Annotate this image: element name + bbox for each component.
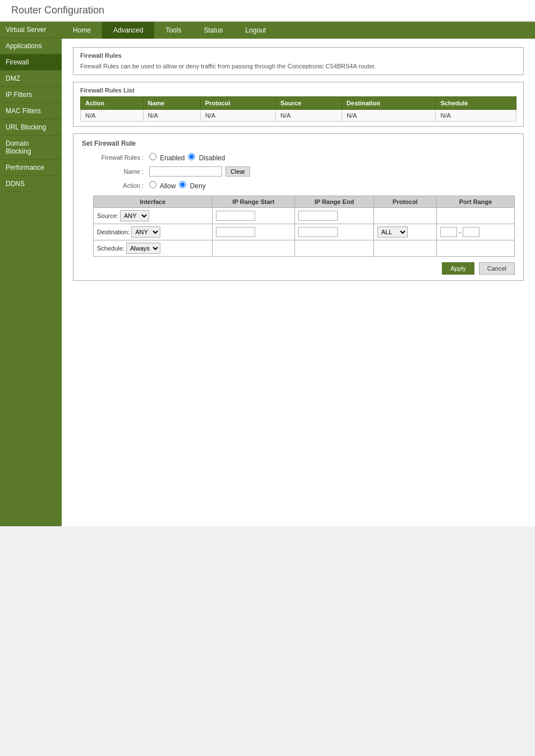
col-action: Action xyxy=(81,97,144,110)
col-schedule: Schedule xyxy=(436,97,516,110)
cell-name: N/A xyxy=(143,110,200,122)
sidebar-item-url-blocking[interactable]: URL Blocking xyxy=(0,119,62,136)
sidebar-item-domain-blocking[interactable]: Domain Blocking xyxy=(0,136,62,160)
deny-label: Deny xyxy=(190,182,206,190)
source-interface-select[interactable]: ANY WAN LAN xyxy=(120,210,149,221)
schedule-label: Schedule: xyxy=(97,245,124,252)
firewall-rules-section: Firewall Rules Firewall Rules can be use… xyxy=(73,47,524,75)
apply-button[interactable]: Apply xyxy=(442,262,474,275)
tab-home[interactable]: Home xyxy=(62,22,102,39)
destination-ip-start-cell xyxy=(212,224,295,240)
col-ip-range-end: IP Range End xyxy=(295,196,373,208)
sidebar-item-ip-filters[interactable]: IP Filters xyxy=(0,87,62,103)
destination-label-cell: Destination: ANY WAN LAN xyxy=(94,224,213,240)
firewall-description: Firewall Rules can be used to allow or d… xyxy=(80,63,376,69)
col-interface: Interface xyxy=(94,196,213,208)
name-input[interactable] xyxy=(149,166,222,177)
col-protocol: Protocol xyxy=(200,97,275,110)
source-ip-end-cell xyxy=(295,208,373,224)
table-row: N/A N/A N/A N/A N/A N/A xyxy=(81,110,516,122)
page-wrapper: Router Configuration Virtual Server Appl… xyxy=(0,0,535,756)
content-inner: Firewall Rules Firewall Rules can be use… xyxy=(62,39,535,289)
name-value-area: Clear xyxy=(149,166,250,177)
name-row: Name : Clear xyxy=(82,166,515,177)
allow-radio[interactable] xyxy=(149,181,156,188)
source-protocol-cell xyxy=(373,208,436,224)
sidebar-item-firewall[interactable]: Firewall xyxy=(0,54,62,71)
sidebar-item-applications[interactable]: Applications xyxy=(0,38,62,54)
port-start-input[interactable] xyxy=(440,227,457,237)
col-protocol-inner: Protocol xyxy=(373,196,436,208)
source-ip-start-input[interactable] xyxy=(216,211,255,221)
col-port-range: Port Range xyxy=(437,196,515,208)
source-ip-start-cell xyxy=(212,208,295,224)
schedule-empty-1 xyxy=(212,240,295,257)
firewall-rules-title: Firewall Rules xyxy=(80,52,516,59)
port-end-input[interactable] xyxy=(463,227,479,237)
schedule-label-cell: Schedule: Always xyxy=(94,240,213,257)
sidebar: Virtual Server Applications Firewall DMZ… xyxy=(0,22,62,526)
port-separator: - xyxy=(459,229,461,235)
firewall-rules-table: Action Name Protocol Source Destination … xyxy=(80,96,516,122)
enabled-radio-label[interactable]: Enabled xyxy=(149,153,185,162)
allow-radio-label[interactable]: Allow xyxy=(149,181,176,190)
tab-tools[interactable]: Tools xyxy=(154,22,192,39)
sidebar-item-ddns[interactable]: DDNS xyxy=(0,176,62,192)
cell-destination: N/A xyxy=(342,110,436,122)
content-area: Home Advanced Tools Status Logout Firewa… xyxy=(62,22,535,526)
col-ip-range-start: IP Range Start xyxy=(212,196,295,208)
set-rule-title: Set Firewall Rule xyxy=(82,140,515,147)
sidebar-item-virtual-server[interactable]: Virtual Server xyxy=(0,22,62,38)
action-buttons: Apply Cancel xyxy=(82,262,515,275)
destination-protocol-cell: ALL TCP UDP ICMP xyxy=(373,224,436,240)
disabled-radio-label[interactable]: Disabled xyxy=(188,153,225,162)
col-destination: Destination xyxy=(342,97,436,110)
enabled-label: Enabled xyxy=(160,154,185,162)
deny-radio[interactable] xyxy=(179,181,186,188)
schedule-select[interactable]: Always xyxy=(126,243,160,254)
cell-action: N/A xyxy=(81,110,144,122)
sidebar-item-mac-filters[interactable]: MAC Filters xyxy=(0,103,62,119)
destination-interface-select[interactable]: ANY WAN LAN xyxy=(131,226,160,238)
destination-ip-end-input[interactable] xyxy=(298,227,338,237)
schedule-empty-3 xyxy=(373,240,436,257)
firewall-rules-toggle: Enabled Disabled xyxy=(149,153,225,162)
schedule-empty-4 xyxy=(437,240,515,257)
source-row: Source: ANY WAN LAN xyxy=(94,208,515,224)
schedule-empty-2 xyxy=(295,240,373,257)
firewall-rules-row: Firewall Rules : Enabled Disabled xyxy=(82,153,515,162)
interface-table-wrapper: Interface IP Range Start IP Range End Pr… xyxy=(93,196,515,257)
destination-ip-end-cell xyxy=(295,224,373,240)
action-row: Action : Allow Deny xyxy=(82,181,515,190)
sidebar-item-performance[interactable]: Performance xyxy=(0,160,62,176)
cancel-button[interactable]: Cancel xyxy=(479,262,515,275)
cell-source: N/A xyxy=(275,110,342,122)
enabled-radio[interactable] xyxy=(149,153,156,160)
tab-logout[interactable]: Logout xyxy=(234,22,277,39)
firewall-rules-label: Firewall Rules : xyxy=(82,154,149,161)
allow-label: Allow xyxy=(160,182,176,190)
main-layout: Virtual Server Applications Firewall DMZ… xyxy=(0,22,535,526)
source-label: Source: xyxy=(97,212,118,219)
name-label: Name : xyxy=(82,168,149,175)
firewall-rules-list-title: Firewall Rules List xyxy=(80,87,516,94)
set-firewall-rule-section: Set Firewall Rule Firewall Rules : Enabl… xyxy=(73,133,524,281)
tab-status[interactable]: Status xyxy=(192,22,234,39)
top-bar: Router Configuration xyxy=(0,0,535,22)
col-source: Source xyxy=(275,97,342,110)
destination-ip-start-input[interactable] xyxy=(216,227,255,237)
source-ip-end-input[interactable] xyxy=(298,211,338,221)
protocol-select[interactable]: ALL TCP UDP ICMP xyxy=(377,226,408,238)
deny-radio-label[interactable]: Deny xyxy=(179,181,205,190)
schedule-row: Schedule: Always xyxy=(94,240,515,257)
destination-port-range-cell: - xyxy=(437,224,515,240)
tab-advanced[interactable]: Advanced xyxy=(102,22,154,39)
source-label-cell: Source: ANY WAN LAN xyxy=(94,208,213,224)
page-title: Router Configuration xyxy=(11,4,524,16)
sidebar-item-dmz[interactable]: DMZ xyxy=(0,71,62,87)
interface-table: Interface IP Range Start IP Range End Pr… xyxy=(93,196,515,257)
cell-schedule: N/A xyxy=(436,110,516,122)
action-label: Action : xyxy=(82,182,149,189)
clear-button[interactable]: Clear xyxy=(225,166,250,177)
disabled-radio[interactable] xyxy=(188,153,195,160)
